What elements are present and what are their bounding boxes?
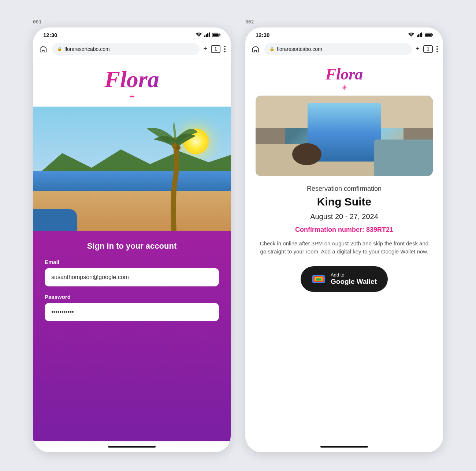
wifi-icon-002	[408, 32, 414, 37]
status-icons-002	[408, 32, 433, 37]
email-input[interactable]	[45, 268, 219, 286]
svg-point-0	[198, 37, 200, 38]
signal-icon-002	[417, 32, 423, 37]
browser-chrome-001: 🔒 floraresortcabo.com + 1	[33, 41, 231, 59]
room-bed	[374, 140, 433, 176]
reservation-page: Flora ✳ Reservation comfirmation King Su…	[245, 59, 443, 441]
reservation-label: Reservation comfirmation	[256, 185, 433, 193]
svg-rect-12	[417, 36, 418, 37]
login-page: Flora ✳	[33, 59, 231, 441]
url-text-002: floraresortcabo.com	[277, 46, 322, 52]
url-bar-002[interactable]: 🔒 floraresortcabo.com	[264, 43, 412, 55]
reservation-text-section: Reservation comfirmation King Suite Augu…	[256, 185, 433, 266]
password-label: Password	[45, 294, 219, 300]
room-name: King Suite	[256, 196, 433, 208]
wallet-svg-icon	[312, 272, 326, 286]
phone-001: 12:30	[33, 27, 231, 452]
password-input[interactable]	[45, 303, 219, 321]
checkin-description: Check in online after 3PM on August 20th…	[256, 240, 433, 256]
logo-section-002: Flora ✳	[256, 59, 433, 96]
svg-point-11	[411, 37, 412, 38]
lock-icon: 🔒	[57, 47, 62, 51]
dot3	[224, 51, 226, 52]
dot1	[224, 46, 226, 47]
phone-002: 12:30	[245, 27, 443, 452]
home-indicator-001	[33, 441, 231, 452]
sign-in-title: Sign in to your account	[45, 241, 219, 251]
screen-number-002: 002	[245, 19, 254, 25]
home-indicator-002	[245, 441, 443, 452]
battery-icon	[212, 33, 220, 37]
flora-asterisk-001: ✳	[129, 93, 135, 101]
wifi-icon	[196, 32, 202, 37]
new-tab-button-002[interactable]: +	[416, 45, 420, 53]
logo-section-001: Flora ✳	[33, 59, 231, 107]
url-bar-001[interactable]: 🔒 floraresortcabo.com	[52, 43, 200, 55]
screen-number-001: 001	[33, 19, 41, 25]
svg-rect-13	[418, 34, 419, 37]
screen-001: 001 12:30	[33, 19, 231, 452]
status-icons-001	[196, 32, 220, 37]
pool-edge	[33, 209, 77, 231]
wallet-button-text: Add to Google Wallet	[331, 272, 377, 286]
google-wallet-icon	[312, 272, 326, 286]
flora-logo-002: Flora	[326, 66, 363, 82]
dot4	[436, 46, 438, 47]
palm-tree-icon	[143, 121, 201, 231]
wallet-google-wallet-label: Google Wallet	[331, 278, 377, 286]
battery-icon-002	[425, 33, 433, 37]
svg-rect-2	[206, 34, 207, 37]
browser-chrome-002: 🔒 floraresortcabo.com + 1	[245, 41, 443, 59]
svg-rect-6	[213, 33, 219, 36]
date-range: August 20 - 27, 2024	[256, 212, 433, 221]
tab-count-001[interactable]: 1	[211, 45, 220, 53]
screen-002: 002 12:30	[245, 19, 443, 452]
lock-icon-002: 🔒	[269, 47, 275, 51]
home-button-001[interactable]	[38, 44, 48, 54]
svg-point-10	[175, 145, 181, 150]
home-button-002[interactable]	[250, 44, 261, 54]
svg-rect-18	[432, 34, 433, 36]
status-bar-001: 12:30	[33, 27, 231, 41]
home-icon-002	[252, 45, 260, 53]
svg-rect-22	[316, 278, 321, 281]
flora-asterisk-002: ✳	[342, 84, 347, 92]
dot6	[436, 51, 438, 52]
svg-rect-3	[207, 33, 208, 37]
wallet-add-to-label: Add to	[331, 272, 345, 278]
svg-rect-4	[209, 33, 210, 37]
more-menu-button-001[interactable]	[224, 46, 226, 52]
status-bar-002: 12:30	[245, 27, 443, 41]
tab-count-002[interactable]: 1	[423, 45, 433, 53]
google-wallet-button[interactable]: Add to Google Wallet	[301, 266, 388, 292]
svg-rect-7	[220, 34, 220, 36]
confirmation-number: Confirmation number: 839RT21	[256, 226, 433, 234]
signal-icon	[204, 32, 210, 37]
dot5	[436, 48, 438, 50]
home-icon	[39, 45, 47, 53]
dot2	[224, 48, 226, 50]
flora-logo-001: Flora	[104, 68, 159, 91]
svg-rect-1	[204, 36, 205, 37]
hero-image	[33, 107, 231, 231]
svg-rect-17	[425, 33, 431, 36]
sign-in-section: Sign in to your account Email Password	[33, 231, 231, 441]
more-menu-button-002[interactable]	[436, 46, 438, 52]
room-table	[292, 143, 321, 165]
beach-scene	[33, 107, 231, 231]
svg-rect-14	[420, 33, 421, 37]
svg-rect-15	[421, 33, 422, 37]
status-time-002: 12:30	[256, 32, 269, 38]
email-label: Email	[45, 259, 219, 265]
new-tab-button-001[interactable]: +	[203, 45, 207, 53]
home-bar-001	[108, 446, 156, 448]
url-text-001: floraresortcabo.com	[64, 46, 110, 52]
status-time-001: 12:30	[43, 32, 57, 38]
home-bar-002	[320, 446, 368, 448]
room-image	[256, 96, 433, 176]
